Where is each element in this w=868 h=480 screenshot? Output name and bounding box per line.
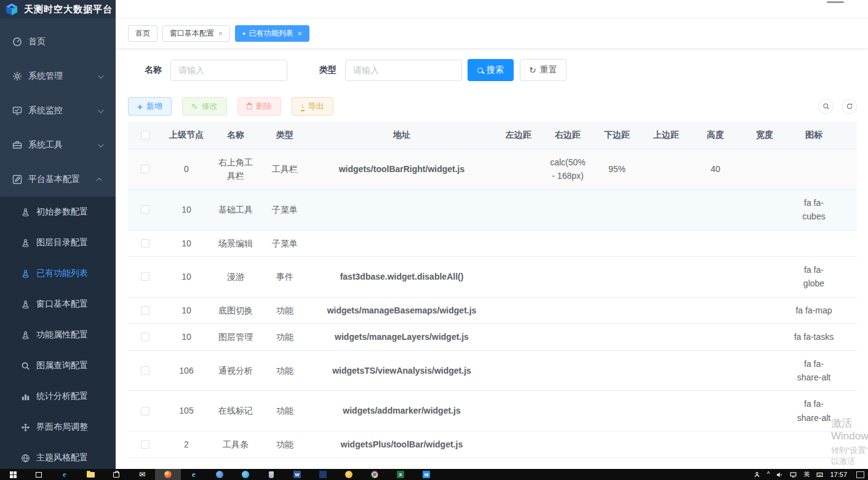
sidebar-subitem-label: 统计分析配置 <box>36 391 88 402</box>
add-button[interactable]: + 新增 <box>128 97 172 116</box>
sidebar-item-system-tools[interactable]: 系统工具 <box>0 128 116 162</box>
sidebar-subitem-statistic-analysis-config[interactable]: 统计分析配置 <box>0 381 116 412</box>
cell-left <box>494 230 543 256</box>
row-checkbox[interactable] <box>141 366 149 375</box>
cell-bottom: 95% <box>592 149 642 189</box>
table-search-toggle-button[interactable] <box>818 99 834 114</box>
sidebar-item-system-monitoring[interactable]: 系统监控 <box>0 93 116 128</box>
network-display-icon[interactable] <box>790 471 797 478</box>
sidebar-item-system-management[interactable]: 系统管理 <box>0 59 116 93</box>
mail-icon[interactable]: ✉ <box>129 469 155 480</box>
chrome-icon[interactable] <box>362 469 388 480</box>
tab-home[interactable]: 首页 <box>128 25 157 42</box>
globe-app-icon[interactable] <box>207 469 233 480</box>
sidebar-subitem-function-attribute-config[interactable]: 功能属性配置 <box>0 320 116 350</box>
sidebar-subitem-window-basic-config[interactable]: 窗口基本配置 <box>0 289 116 320</box>
row-checkbox[interactable] <box>141 332 149 341</box>
refresh-icon <box>846 103 853 110</box>
cell-height <box>691 431 740 457</box>
table-row[interactable]: 2工具条功能widgetsPlus/toolBar/widget.js <box>128 431 857 458</box>
cell-name: 基础工具 <box>211 190 260 230</box>
ime-indicator[interactable]: 英 <box>803 470 810 479</box>
sidebar-subitem-layer-catalog-config[interactable]: 图层目录配置 <box>0 227 116 258</box>
taskbar-tray: ^ 英 17:57 <box>754 469 868 480</box>
edge-icon[interactable]: e <box>52 469 78 480</box>
sidebar-subitem-layout-adjust[interactable]: 界面布局调整 <box>0 412 116 443</box>
row-checkbox[interactable] <box>141 239 149 248</box>
start-button[interactable] <box>0 469 26 480</box>
row-checkbox[interactable] <box>141 407 149 415</box>
glass-icon[interactable] <box>258 469 284 480</box>
cell-address <box>309 230 494 256</box>
app-navy-icon[interactable] <box>310 469 336 480</box>
select-all-checkbox[interactable] <box>141 131 149 140</box>
delete-button[interactable]: 删除 <box>237 97 281 116</box>
row-checkbox[interactable] <box>141 272 149 281</box>
table-row[interactable]: 106通视分析功能widgetsTS/viewAnalysis/widget.j… <box>128 351 857 391</box>
sidebar-subitem-label: 图层目录配置 <box>36 237 88 248</box>
table-row[interactable]: 10漫游事件fast3dbase.widget.disableAll()fa f… <box>128 257 857 297</box>
sidebar-subitem-existing-functions-list[interactable]: 已有功能列表 <box>0 258 116 289</box>
row-checkbox[interactable] <box>141 165 149 173</box>
sidebar-subitem-attribute-query-config[interactable]: 图属查询配置 <box>0 350 116 381</box>
planet-icon[interactable] <box>336 469 362 480</box>
table-refresh-button[interactable] <box>842 99 857 114</box>
cell-type: 功能 <box>260 324 309 350</box>
row-checkbox[interactable] <box>141 306 149 315</box>
cell-bottom <box>592 190 642 230</box>
table-row[interactable]: 10基础工具子菜单fa fa-cubes <box>128 190 857 230</box>
reset-button[interactable]: ↻ 重置 <box>520 59 567 81</box>
touch-keyboard-icon[interactable] <box>816 471 823 478</box>
store-icon[interactable] <box>103 469 129 480</box>
checkbox-cell <box>128 297 162 323</box>
search-button[interactable]: 搜索 <box>468 59 514 81</box>
sidebar-subitem-initial-params-config[interactable]: 初始参数配置 <box>0 197 116 227</box>
volume-icon[interactable] <box>776 471 783 478</box>
browser-icon[interactable] <box>233 469 258 480</box>
data-table: 上级节点名称类型地址左边距右边距下边距上边距高度宽度图标是 0右上角工具栏工具栏… <box>128 122 857 458</box>
row-checkbox[interactable] <box>141 205 149 214</box>
column-header: 类型 <box>260 122 309 149</box>
plus-icon: + <box>137 102 143 111</box>
cell-icon <box>789 149 838 189</box>
export-button[interactable]: ↓ 导出 <box>292 97 333 116</box>
cell-type: 功能 <box>260 297 309 323</box>
cell-type: 功能 <box>260 431 309 457</box>
sidebar-item-home[interactable]: 首页 <box>0 25 116 59</box>
word-icon[interactable]: W <box>284 469 310 480</box>
show-hidden-icons-chevron[interactable]: ^ <box>767 471 770 478</box>
people-icon[interactable] <box>754 471 760 478</box>
firefox-icon[interactable] <box>155 469 181 480</box>
tab-close-icon[interactable]: × <box>298 30 302 37</box>
action-row: + 新增 ✎ 修改 删除 ↓ 导出 <box>128 97 857 116</box>
table-row[interactable]: 105在线标记功能widgets/addmarker/widget.jsfa f… <box>128 391 857 431</box>
tab-existing-functions-list[interactable]: ●已有功能列表× <box>235 25 309 42</box>
table-row[interactable]: 10场景编辑子菜单 <box>128 230 857 257</box>
top-strip <box>116 0 868 18</box>
cell-address: widgets/toolBarRight/widget.js <box>309 149 494 189</box>
table-row[interactable]: 0右上角工具栏工具栏widgets/toolBarRight/widget.js… <box>128 149 857 190</box>
taskbar-clock[interactable]: 17:57 <box>830 471 847 478</box>
cell-parent: 10 <box>162 190 211 230</box>
cell-show <box>838 190 857 230</box>
task-view-button[interactable] <box>26 469 52 480</box>
sidebar-item-platform-basic-config[interactable]: 平台基本配置 <box>0 162 116 197</box>
mail-m-icon[interactable]: M <box>413 469 439 480</box>
row-checkbox[interactable] <box>141 440 149 449</box>
folder-icon[interactable] <box>78 469 103 480</box>
table-row[interactable]: 10图层管理功能widgets/manageLayers/widget.jsfa… <box>128 324 857 350</box>
checkbox-cell <box>128 324 162 350</box>
tab-window-basic-config[interactable]: 窗口基本配置× <box>162 25 230 42</box>
edit-button[interactable]: ✎ 修改 <box>182 97 227 116</box>
excel-icon[interactable]: X <box>388 469 413 480</box>
ie-icon[interactable]: e <box>181 469 207 480</box>
cell-type: 工具栏 <box>260 149 309 189</box>
column-header: 上边距 <box>642 122 691 149</box>
cell-type: 事件 <box>260 257 309 297</box>
tab-close-icon[interactable]: × <box>218 30 223 37</box>
name-filter-input[interactable] <box>170 60 287 81</box>
action-center-icon[interactable] <box>856 471 864 478</box>
column-header: 宽度 <box>740 122 789 149</box>
table-row[interactable]: 10底图切换功能widgets/manageBasemaps/widget.js… <box>128 297 857 324</box>
type-filter-input[interactable] <box>345 60 462 81</box>
